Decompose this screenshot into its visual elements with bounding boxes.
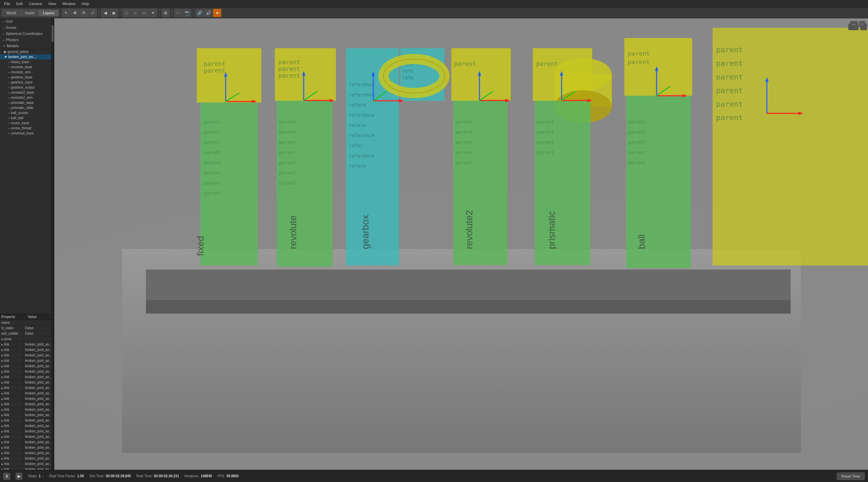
prop-link-4[interactable]: link broken_joint_axi...: [0, 358, 54, 364]
scene-svg: parent parent parent parent parent paren…: [54, 18, 868, 470]
prop-link-11[interactable]: link broken_joint_axi...: [0, 396, 54, 402]
tool-box[interactable]: □: [122, 9, 131, 17]
tool-select[interactable]: ↖: [62, 9, 70, 17]
prop-link-21[interactable]: link broken_joint_axi...: [0, 450, 54, 456]
prop-link-1[interactable]: link broken_joint_axi...: [0, 342, 54, 347]
menu-edit[interactable]: Edit: [14, 1, 25, 6]
section-gui[interactable]: – GUI: [0, 18, 54, 24]
tab-layers[interactable]: Layers: [39, 10, 59, 16]
sim-time-item: Sim Time: 00:00:02:28.845: [89, 474, 131, 478]
prop-link-9[interactable]: link broken_joint_axi...: [0, 385, 54, 391]
tree-gearbox-input[interactable]: – gearbox_input: [0, 80, 54, 85]
prop-link-20[interactable]: link broken_joint_axi...: [0, 445, 54, 450]
tree-screw-base[interactable]: – screw_base: [0, 120, 54, 126]
tool-sphere[interactable]: ○: [131, 9, 139, 17]
steps-arrow[interactable]: ↓: [42, 474, 44, 478]
prop-link-16[interactable]: link broken_joint_axi...: [0, 423, 54, 429]
tree-prismatic-slide[interactable]: – prismatic_slide: [0, 105, 54, 110]
svg-text:parent: parent: [537, 150, 554, 155]
tree-revolute2-base[interactable]: – revolute2_base: [0, 90, 54, 95]
tree-screw-thread[interactable]: – screw_thread: [0, 126, 54, 131]
menu-window[interactable]: Window: [59, 1, 78, 6]
prop-is-static[interactable]: is_static False: [0, 326, 54, 331]
menu-camera[interactable]: Camera: [26, 1, 45, 6]
tool-camera[interactable]: 📷: [183, 9, 191, 17]
panel-scrollbar[interactable]: [51, 18, 54, 470]
prop-link-10[interactable]: link broken_joint_axi...: [0, 391, 54, 396]
menu-bar: File Edit Camera View Window Help: [0, 0, 868, 7]
prop-link-13[interactable]: link broken_joint_axi...: [0, 407, 54, 412]
prop-link-24[interactable]: link broken_joint_axi...: [0, 467, 54, 470]
menu-file[interactable]: File: [1, 1, 13, 6]
status-bar: ⏸ ▶ Steps: 1 ↓ Real Time Factor: 1.00 Si…: [0, 470, 868, 482]
prop-link-19[interactable]: link broken_joint_axi...: [0, 440, 54, 445]
prop-name[interactable]: name: [0, 320, 54, 326]
prop-link-12[interactable]: link broken_joint_axi...: [0, 402, 54, 407]
svg-text:parent: parent: [279, 129, 296, 135]
svg-text:parent: parent: [204, 119, 221, 125]
tree-gearbox-output[interactable]: – gearbox_output: [0, 85, 54, 90]
section-physics[interactable]: – Physics: [0, 37, 54, 43]
pause-button[interactable]: ⏸: [3, 473, 10, 480]
panel-scrollbar-thumb[interactable]: [52, 25, 54, 42]
menu-help[interactable]: Help: [79, 1, 92, 6]
prop-link-8[interactable]: link broken_joint_axi...: [0, 380, 54, 385]
viewport[interactable]: parent parent parent parent parent paren…: [54, 18, 868, 470]
tree-revolute-base[interactable]: – revolute_base: [0, 64, 54, 70]
tool-scale[interactable]: ⤢: [89, 9, 97, 17]
tool-cylinder[interactable]: ⬭: [140, 9, 148, 17]
svg-text:parent: parent: [628, 150, 646, 155]
tree-revolute2-arm[interactable]: – revolute2_arm: [0, 95, 54, 100]
prop-link-14[interactable]: link broken_joint_axi...: [0, 412, 54, 418]
svg-text:parent: parent: [628, 160, 646, 165]
reset-time-button[interactable]: Reset Time: [837, 472, 865, 480]
prop-link-7[interactable]: link broken_joint_axi...: [0, 374, 54, 380]
prop-link-22[interactable]: link broken_joint_axi...: [0, 456, 54, 461]
viewport-maximize[interactable]: □: [859, 21, 865, 27]
tool-sun[interactable]: ✦: [149, 9, 157, 17]
left-panel: – GUI – Scene – Spherical Coordinates – …: [0, 18, 54, 470]
prop-link-6[interactable]: link broken_joint_axi...: [0, 369, 54, 374]
tab-insert[interactable]: Insert: [21, 10, 39, 16]
tool-link[interactable]: 🔗: [195, 9, 204, 17]
tree-revolute-arm[interactable]: – revolute_arm: [0, 70, 54, 75]
prop-self-collide[interactable]: self_collide False: [0, 331, 54, 336]
menu-view[interactable]: View: [45, 1, 59, 6]
section-models-header[interactable]: ▼ Models: [0, 43, 54, 49]
prop-pose[interactable]: pose: [0, 336, 54, 342]
tool-active[interactable]: ■: [213, 9, 221, 17]
tool-move[interactable]: ✥: [71, 9, 79, 17]
play-button[interactable]: ▶: [16, 473, 22, 480]
tree-prismatic-base[interactable]: – prismatic_base: [0, 100, 54, 105]
svg-text:refer: refer: [349, 143, 363, 148]
real-time-label: Real Time:: [136, 474, 153, 478]
tree-gearbox-base[interactable]: – gearbox_base: [0, 75, 54, 80]
tool-back[interactable]: ◀: [101, 9, 109, 17]
section-spherical[interactable]: – Spherical Coordinates: [0, 31, 54, 37]
tree-ball-socket[interactable]: – ball_socket: [0, 110, 54, 115]
prop-link-17[interactable]: link broken_joint_axi...: [0, 429, 54, 434]
tool-grid[interactable]: ⊞: [162, 9, 170, 17]
svg-text:parent: parent: [279, 160, 296, 165]
tree-broken-joint[interactable]: ▼ broken_joint_axi...: [0, 54, 54, 59]
prop-link-18[interactable]: link broken_joint_axi...: [0, 434, 54, 440]
section-scene[interactable]: – Scene: [0, 24, 54, 31]
viewport-minimize[interactable]: —: [850, 21, 858, 27]
tree-ground-plane[interactable]: ▶ ground_plane: [0, 49, 54, 54]
prop-link-5[interactable]: link broken_joint_axi...: [0, 364, 54, 369]
tool-audio[interactable]: 🔊: [204, 9, 212, 17]
panel-sections: – GUI – Scene – Spherical Coordinates – …: [0, 18, 54, 49]
prop-link-2[interactable]: link broken_joint_axi...: [0, 347, 54, 353]
tool-forward[interactable]: ▶: [110, 9, 118, 17]
tree-heavy-base[interactable]: – heavy_base: [0, 59, 54, 64]
tool-rotate[interactable]: ⟳: [80, 9, 88, 17]
tree-ball-ball[interactable]: – ball_ball: [0, 115, 54, 120]
tree-section[interactable]: ▶ ground_plane ▼ broken_joint_axi... – h…: [0, 49, 54, 314]
tool-points[interactable]: ⋯: [174, 9, 182, 17]
tree-universal-base[interactable]: – universal_base: [0, 131, 54, 136]
tab-world[interactable]: World: [2, 10, 21, 16]
svg-text:parent: parent: [204, 140, 221, 145]
prop-link-15[interactable]: link broken_joint_axi...: [0, 418, 54, 423]
prop-link-23[interactable]: link broken_joint_axi...: [0, 461, 54, 467]
prop-link-3[interactable]: link broken_joint_axi...: [0, 353, 54, 358]
